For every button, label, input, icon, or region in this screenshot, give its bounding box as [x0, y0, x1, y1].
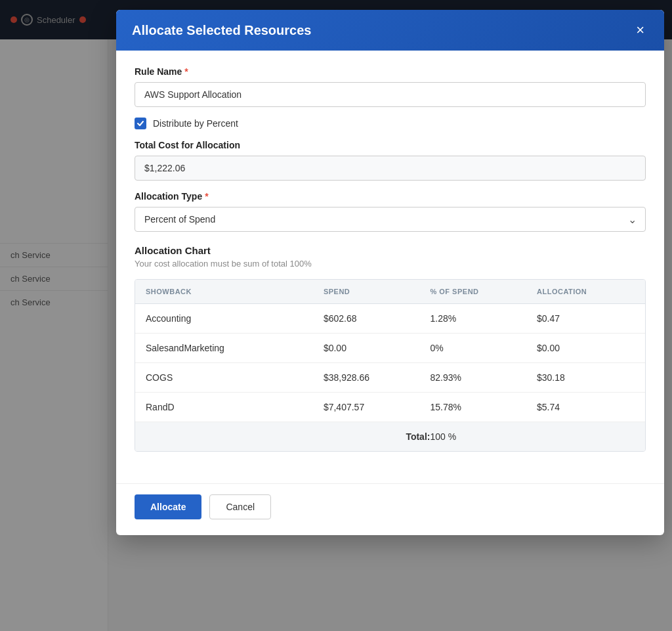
allocation-type-select[interactable]: Percent of Spend Fixed Amount — [135, 207, 646, 232]
allocation-type-label: Allocation Type * — [135, 191, 646, 202]
modal-title: Allocate Selected Resources — [132, 23, 311, 38]
td-allocation-1: $0.00 — [537, 343, 635, 353]
td-showback-2: COGS — [146, 372, 324, 383]
th-showback: SHOWBACK — [146, 288, 324, 295]
chart-subtitle: Your cost allocation must be sum of tota… — [135, 259, 646, 269]
chart-title: Allocation Chart — [135, 245, 646, 256]
td-spend-2: $38,928.66 — [324, 372, 430, 383]
td-allocation-0: $0.47 — [537, 313, 635, 324]
table-row: COGS $38,928.66 82.93% $30.18 — [135, 363, 645, 393]
td-spend-1: $0.00 — [324, 343, 430, 353]
distribute-label: Distribute by Percent — [153, 118, 238, 129]
table-header: SHOWBACK SPEND % OF SPEND ALLOCATION — [135, 280, 645, 304]
total-label: Total: — [324, 431, 430, 442]
allocate-button[interactable]: Allocate — [135, 494, 201, 519]
table-row: SalesandMarketing $0.00 0% $0.00 — [135, 334, 645, 363]
cancel-button[interactable]: Cancel — [209, 494, 271, 519]
rule-name-input[interactable] — [135, 82, 646, 107]
total-value: 100 % — [430, 431, 537, 442]
table-total-row: Total: 100 % — [135, 422, 645, 451]
modal-footer: Allocate Cancel — [116, 483, 664, 535]
td-percent-2: 82.93% — [430, 372, 537, 383]
th-spend: SPEND — [324, 288, 430, 295]
th-allocation: ALLOCATION — [537, 288, 635, 295]
rule-name-label: Rule Name * — [135, 66, 646, 77]
total-cost-input — [135, 156, 646, 181]
distribute-checkbox-row: Distribute by Percent — [135, 118, 646, 129]
td-showback-3: RandD — [146, 402, 324, 412]
td-showback-0: Accounting — [146, 313, 324, 324]
modal-body: Rule Name * Distribute by Percent Total … — [116, 51, 664, 483]
allocation-type-required: * — [205, 191, 208, 202]
checkmark-icon — [136, 120, 144, 127]
td-showback-1: SalesandMarketing — [146, 343, 324, 353]
td-spend-3: $7,407.57 — [324, 402, 430, 412]
distribute-checkbox[interactable] — [135, 118, 146, 129]
modal-container: Allocate Selected Resources × Rule Name … — [108, 7, 672, 631]
table-row: Accounting $602.68 1.28% $0.47 — [135, 304, 645, 334]
total-cost-label: Total Cost for Allocation — [135, 140, 646, 150]
close-button[interactable]: × — [632, 22, 648, 39]
td-percent-3: 15.78% — [430, 402, 537, 412]
allocation-table: SHOWBACK SPEND % OF SPEND ALLOCATION Acc… — [135, 279, 646, 452]
td-allocation-2: $30.18 — [537, 372, 635, 383]
td-percent-1: 0% — [430, 343, 537, 353]
td-percent-0: 1.28% — [430, 313, 537, 324]
rule-name-required: * — [184, 66, 188, 77]
modal-dialog: Allocate Selected Resources × Rule Name … — [116, 10, 664, 535]
table-row: RandD $7,407.57 15.78% $5.74 — [135, 393, 645, 422]
td-allocation-3: $5.74 — [537, 402, 635, 412]
allocation-type-wrapper: Percent of Spend Fixed Amount ⌄ — [135, 207, 646, 232]
td-spend-0: $602.68 — [324, 313, 430, 324]
th-percent: % OF SPEND — [430, 288, 537, 295]
modal-header: Allocate Selected Resources × — [116, 10, 664, 51]
